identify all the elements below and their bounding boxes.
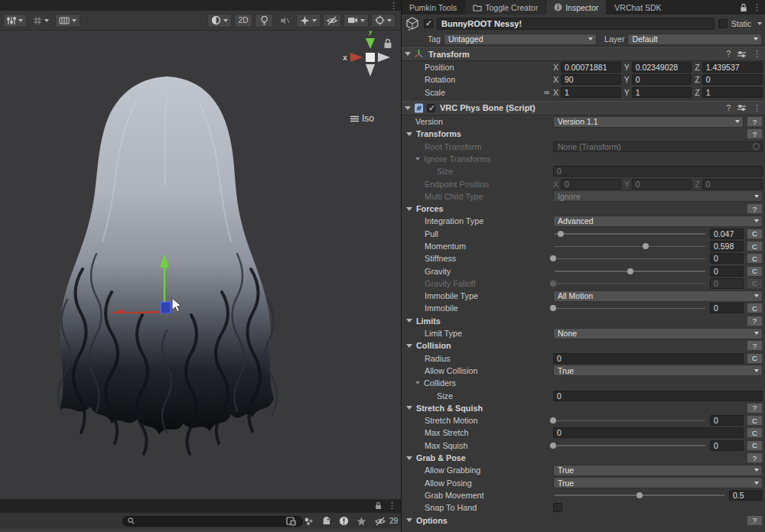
limit-type-dropdown[interactable]: None xyxy=(553,328,763,339)
copy-curve-button[interactable]: C xyxy=(747,229,763,239)
allow-collision-dropdown[interactable]: True xyxy=(553,365,763,376)
foldout-icon[interactable] xyxy=(405,52,411,56)
object-picker-icon[interactable] xyxy=(753,143,760,150)
tab-vrchat-sdk[interactable]: VRChat SDK xyxy=(607,0,669,15)
scene-effects-button[interactable] xyxy=(296,14,321,28)
momentum-value-field[interactable]: 0.598 xyxy=(710,241,744,251)
prefab-mode-icon[interactable] xyxy=(304,517,314,526)
tab-pumkin-tools[interactable]: Pumkin Tools xyxy=(402,0,464,15)
z-value-field[interactable]: 1.439537 xyxy=(702,62,763,73)
integration-type-dropdown[interactable]: Advanced xyxy=(553,216,763,227)
foldout-icon[interactable] xyxy=(415,157,420,161)
foldout-icon[interactable] xyxy=(406,406,412,410)
static-checkbox[interactable] xyxy=(718,19,728,28)
scene-lighting-button[interactable] xyxy=(255,14,273,28)
scene-canvas[interactable]: y x Iso xyxy=(0,31,401,499)
help-icon[interactable]: ? xyxy=(726,104,731,112)
snap-to-hand-checkbox[interactable] xyxy=(553,503,562,512)
y-value-field[interactable]: 1 xyxy=(632,87,692,98)
help-button[interactable]: ? xyxy=(747,340,763,351)
search-input[interactable] xyxy=(135,517,298,525)
tag-icon[interactable] xyxy=(321,517,331,526)
slider-knob[interactable] xyxy=(636,492,643,498)
snap-increment-button[interactable] xyxy=(55,14,80,28)
gizmo-x-axis[interactable] xyxy=(121,312,161,313)
x-value-field[interactable]: 0.00071881 xyxy=(561,62,621,73)
kebab-menu-icon[interactable]: ⋮ xyxy=(753,49,761,59)
presets-icon[interactable] xyxy=(737,50,746,58)
pull-value-field[interactable]: 0.047 xyxy=(710,229,744,239)
momentum-slider[interactable] xyxy=(553,241,707,251)
immobile-value-field[interactable]: 0 xyxy=(710,303,744,313)
physbone-header[interactable]: # VRC Phys Bone (Script) ? ⋮ xyxy=(402,101,765,115)
grid-visibility-button[interactable] xyxy=(29,14,53,28)
tab-toggle-creator[interactable]: Toggle Creator xyxy=(465,0,545,15)
stiffness-slider[interactable] xyxy=(553,253,707,264)
foldout-icon[interactable] xyxy=(406,456,412,460)
stretch-motion-value-field[interactable]: 0 xyxy=(710,415,744,426)
foldout-icon[interactable] xyxy=(406,132,412,136)
immobile-type-dropdown[interactable]: All Motion xyxy=(553,290,763,302)
gizmo-x-arrowhead[interactable] xyxy=(110,309,124,313)
scene-camera-button[interactable] xyxy=(343,14,369,28)
help-button[interactable]: ? xyxy=(747,453,763,463)
gameobject-name-field[interactable]: BunnyROOT Nessy! xyxy=(437,18,715,30)
help-button[interactable]: ? xyxy=(747,515,763,526)
z-value-field[interactable]: 0 xyxy=(702,74,763,85)
link-scale-icon[interactable]: ∞ xyxy=(544,88,549,96)
slider-knob[interactable] xyxy=(550,417,556,423)
size-field[interactable]: 0 xyxy=(553,391,763,401)
slider-knob[interactable] xyxy=(558,231,564,237)
slider-knob[interactable] xyxy=(550,255,556,261)
pull-slider[interactable] xyxy=(553,229,707,239)
multi-child-type-dropdown[interactable]: Ignore xyxy=(553,190,763,202)
layer-dropdown[interactable]: Default xyxy=(627,34,762,45)
hidden-objects-eye-icon[interactable] xyxy=(374,517,386,526)
help-button[interactable]: ? xyxy=(747,403,763,414)
copy-curve-button[interactable]: C xyxy=(747,440,763,451)
copy-curve-button[interactable]: C xyxy=(747,241,763,251)
gizmo-y-arrowhead[interactable] xyxy=(160,254,169,268)
slider-knob[interactable] xyxy=(627,268,633,274)
help-button[interactable]: ? xyxy=(747,316,763,326)
size-field[interactable]: 0 xyxy=(553,166,763,177)
max-squish-slider[interactable] xyxy=(553,440,707,451)
scene-visibility-button[interactable] xyxy=(323,14,341,28)
allow-posing-dropdown[interactable]: True xyxy=(553,477,763,488)
radius-field[interactable]: 0 xyxy=(553,353,744,364)
x-value-field[interactable]: 90 xyxy=(561,74,621,85)
gizmo-center-cube[interactable] xyxy=(366,53,375,62)
static-dropdown-icon[interactable] xyxy=(757,22,762,25)
max-squish-value-field[interactable]: 0 xyxy=(710,440,744,451)
slider-knob[interactable] xyxy=(643,243,649,249)
help-icon[interactable]: ? xyxy=(726,50,731,58)
tag-dropdown[interactable]: Untagged xyxy=(444,34,597,45)
slider-knob[interactable] xyxy=(550,281,556,287)
z-value-field[interactable]: 1 xyxy=(702,87,763,98)
transform-header[interactable]: Transform ? ⋮ xyxy=(402,47,765,61)
copy-curve-button[interactable]: C xyxy=(747,303,763,313)
foldout-icon[interactable] xyxy=(415,381,420,384)
slider-knob[interactable] xyxy=(550,305,556,311)
axis-y-cone[interactable] xyxy=(366,38,375,49)
gravity-value-field[interactable]: 0 xyxy=(710,266,744,277)
axis-neg-x-cone[interactable] xyxy=(378,53,390,62)
isolate-view-icon[interactable] xyxy=(286,517,296,526)
y-value-field[interactable]: 0 xyxy=(632,179,692,190)
gizmos-button[interactable] xyxy=(371,14,396,28)
gravity-slider[interactable] xyxy=(553,266,707,277)
scene-gizmo-lock-icon[interactable] xyxy=(383,38,392,49)
copy-curve-button[interactable]: C xyxy=(747,415,763,426)
x-value-field[interactable]: 0 xyxy=(561,179,621,190)
inspector-lock-icon[interactable] xyxy=(740,3,747,12)
copy-curve-button[interactable]: C xyxy=(747,278,763,289)
tab-inspector[interactable]: Inspector xyxy=(546,0,606,15)
gameobject-cube-icon[interactable] xyxy=(405,16,420,31)
axis-x-cone[interactable] xyxy=(350,53,363,62)
gizmo-xy-plane-handle[interactable] xyxy=(161,302,171,313)
copy-curve-button[interactable]: C xyxy=(747,427,763,438)
kebab-menu-icon[interactable]: ⋮ xyxy=(389,1,398,11)
z-value-field[interactable]: 0 xyxy=(702,179,763,190)
help-button[interactable]: ? xyxy=(747,116,763,127)
foldout-icon[interactable] xyxy=(406,518,412,522)
